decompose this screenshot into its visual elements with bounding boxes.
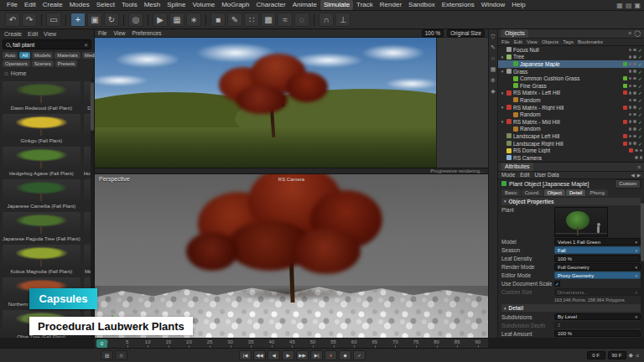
menu-item-spline[interactable]: Spline xyxy=(164,0,189,10)
object-row[interactable]: Random✓ xyxy=(498,111,644,118)
attributes-scrollbar[interactable] xyxy=(641,201,644,338)
move-tool-icon[interactable]: + xyxy=(70,13,86,27)
menu-item-modes[interactable]: Modes xyxy=(66,0,93,10)
menu-item-create[interactable]: Create xyxy=(39,0,66,10)
object-row[interactable]: ▾RS Matrix - Right Hill✓ xyxy=(498,104,644,111)
editor-visibility-dot[interactable] xyxy=(629,106,632,109)
editor-visibility-dot[interactable] xyxy=(629,142,632,145)
render-settings-icon[interactable]: ∗ xyxy=(186,13,201,27)
editor-visibility-dot[interactable] xyxy=(635,156,638,159)
object-row[interactable]: ▾Grass✓ xyxy=(498,68,644,75)
nav-arrow[interactable]: ▶ xyxy=(637,173,641,178)
enabled-check[interactable]: ✓ xyxy=(638,61,642,67)
redo-icon[interactable]: ↷ xyxy=(22,13,37,27)
object-tag[interactable] xyxy=(629,148,633,153)
viewer-menu-file[interactable]: File xyxy=(98,30,106,36)
menu-item-extensions[interactable]: Extensions xyxy=(439,0,478,10)
object-tag[interactable] xyxy=(623,84,627,88)
object-row[interactable]: Focus Null✓ xyxy=(498,46,644,54)
editor-visibility-dot[interactable] xyxy=(629,85,632,88)
editor-visibility-dot[interactable] xyxy=(629,77,632,80)
enabled-check[interactable]: ✓ xyxy=(638,141,642,147)
tab-attributes[interactable]: Attributes xyxy=(501,163,533,171)
asset-item[interactable]: Japanese Pagoda Tree (Fall Plant) xyxy=(2,211,81,242)
coordinate-system-icon[interactable]: ◎ xyxy=(128,13,143,27)
enabled-check[interactable]: ✓ xyxy=(638,90,642,96)
asset-item[interactable]: Hedgehog Agave (Fall Plant) xyxy=(2,146,81,177)
viewport-label[interactable]: Perspective xyxy=(99,176,130,182)
objects-menu-edit[interactable]: Edit xyxy=(514,39,522,44)
menu-item-sandbox[interactable]: Sandbox xyxy=(405,0,439,10)
attr-tab-coord-[interactable]: Coord. xyxy=(522,189,543,196)
enabled-check[interactable]: ✓ xyxy=(638,54,642,59)
object-row[interactable]: Common Cushion Grass✓ xyxy=(498,75,644,82)
asset-item[interactable]: Ginkgo (Fall Plant) xyxy=(2,113,81,144)
objects-menu-objects[interactable]: Objects xyxy=(542,39,558,44)
object-tag[interactable] xyxy=(623,134,627,138)
expand-arrow[interactable]: ▾ xyxy=(500,69,505,74)
filter-scenes[interactable]: Scenes xyxy=(32,60,54,67)
render-viewport[interactable] xyxy=(95,38,436,168)
asset-tab-view[interactable]: View xyxy=(44,31,56,37)
filter-materials[interactable]: Materials xyxy=(55,52,80,59)
editor-visibility-dot[interactable] xyxy=(629,91,632,95)
viewer-menu-view[interactable]: View xyxy=(113,30,125,36)
field-value[interactable]: Dimensions... xyxy=(554,288,641,296)
editor-visibility-dot[interactable] xyxy=(629,63,632,66)
tab-objects[interactable]: Objects xyxy=(501,29,528,38)
field-value[interactable]: 2 xyxy=(554,322,641,329)
breadcrumb[interactable]: ⌂ Home xyxy=(0,68,94,79)
filter-auto[interactable]: Auto xyxy=(3,52,18,59)
render-view-icon[interactable]: ▶ xyxy=(153,13,168,27)
viewport-splitter[interactable]: Progressive rendering... xyxy=(95,168,488,174)
live-selection-icon[interactable]: ▭ xyxy=(46,13,61,27)
menu-item-track[interactable]: Track xyxy=(353,0,377,10)
objects-menu-bookmarks[interactable]: Bookmarks xyxy=(578,39,603,44)
render-visibility-dot[interactable] xyxy=(633,91,636,95)
expand-arrow[interactable]: ▾ xyxy=(500,105,505,110)
search-icon[interactable]: ◯ xyxy=(634,30,641,37)
enabled-check[interactable]: ✓ xyxy=(638,69,642,75)
render-visibility-dot[interactable] xyxy=(633,127,636,131)
field-value[interactable]: 100 % xyxy=(554,255,641,262)
object-row[interactable]: Landscape Left Hill✓ xyxy=(498,132,644,140)
field-value[interactable]: Velvet 1 Fall Green xyxy=(554,238,641,246)
menu-item-character[interactable]: Character xyxy=(253,0,289,10)
editor-visibility-dot[interactable] xyxy=(629,70,632,73)
size-mode-dropdown[interactable]: Original Size xyxy=(447,29,485,37)
keyframe-selection-button[interactable]: ✓ xyxy=(353,350,366,360)
object-tag[interactable] xyxy=(623,106,627,110)
mode-edit[interactable]: Edit xyxy=(520,172,529,178)
enabled-check[interactable]: ✓ xyxy=(638,83,642,89)
render-visibility-dot[interactable] xyxy=(633,113,636,116)
render-visibility-dot[interactable] xyxy=(640,156,643,159)
render-visibility-dot[interactable] xyxy=(633,49,636,52)
enabled-check[interactable]: ✓ xyxy=(638,105,642,111)
render-visibility-dot[interactable] xyxy=(633,55,636,59)
editor-visibility-dot[interactable] xyxy=(629,99,632,102)
enabled-check[interactable]: ✓ xyxy=(638,133,642,139)
editor-visibility-dot[interactable] xyxy=(629,113,632,116)
menu-item-simulate[interactable]: Simulate xyxy=(320,0,353,10)
goto-end-button[interactable]: ▶| xyxy=(310,350,323,360)
next-frame-button[interactable]: ▶▶ xyxy=(296,350,309,360)
scale-tool-icon[interactable]: ▣ xyxy=(87,13,102,27)
autokey-button[interactable]: ◆ xyxy=(339,350,351,360)
menu-item-render[interactable]: Render xyxy=(377,0,405,10)
current-frame-field[interactable]: 0 F xyxy=(587,351,605,359)
editor-visibility-dot[interactable] xyxy=(629,127,632,131)
asset-tab-create[interactable]: Create xyxy=(4,31,22,37)
volume-icon[interactable]: ▩ xyxy=(261,13,276,27)
timeline-ruler[interactable]: 0510152025303540455055606570758085900 xyxy=(95,338,488,348)
filter-operators[interactable]: Operators xyxy=(3,60,30,67)
object-row[interactable]: RS Dome Light xyxy=(498,147,644,154)
custom-button[interactable]: Custom xyxy=(615,179,641,189)
rotate-tool-icon[interactable]: ↻ xyxy=(104,13,119,27)
axis-icon[interactable]: ⊕ xyxy=(491,77,496,83)
object-tag[interactable] xyxy=(623,120,627,124)
field-value[interactable]: Proxy Geometry xyxy=(554,272,641,279)
section-detail[interactable]: ▾ Detail xyxy=(501,304,641,312)
snap-icon[interactable]: ∩ xyxy=(319,13,334,27)
mode-user-data[interactable]: User Data xyxy=(534,172,558,178)
menu-item-select[interactable]: Select xyxy=(93,0,118,10)
